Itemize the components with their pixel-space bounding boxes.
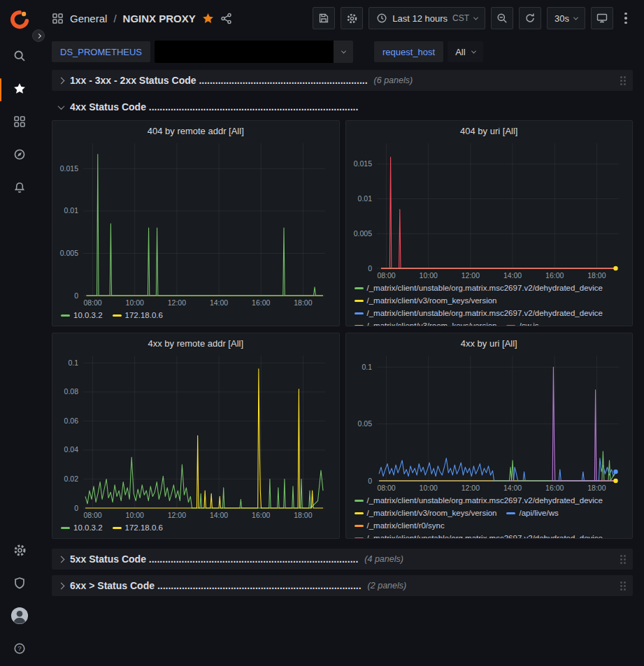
- time-series-chart: 00.050.108:0010:0012:0014:0016:0018:00: [346, 350, 633, 493]
- panel: 4xx by remote addr [All]00.020.040.060.0…: [52, 333, 340, 539]
- monitor-icon: [596, 13, 608, 24]
- more-options-kebab-icon[interactable]: [619, 13, 633, 24]
- legend-label: 172.18.0.6: [125, 310, 163, 321]
- grafana-app: ? General / NGINX PROXY Last 12 hours CS…: [0, 0, 644, 666]
- legend-label: /_matrix/client/unstable/org.matrix.msc2…: [367, 495, 603, 507]
- legend-label: 10.0.3.2: [73, 522, 103, 534]
- datasource-dropdown[interactable]: [155, 41, 353, 63]
- legend-label: 172.18.0.6: [125, 522, 163, 534]
- datasource-value-redacted: [155, 41, 334, 63]
- legend-item[interactable]: 172.18.0.6: [113, 310, 163, 321]
- legend-swatch: [355, 537, 364, 538]
- chart-legend: 10.0.3.2172.18.0.6: [52, 521, 339, 538]
- svg-text:10:00: 10:00: [419, 484, 437, 492]
- svg-text:10:00: 10:00: [419, 271, 437, 280]
- main-area: General / NGINX PROXY Last 12 hours CST …: [39, 0, 644, 666]
- favorite-star-icon[interactable]: [202, 13, 214, 24]
- row-6xx[interactable]: 6xx > Status Code ......................…: [52, 575, 633, 596]
- legend-label: /_matrix/client/v3/room_keys/version: [367, 295, 497, 307]
- chart-svg: 00.020.040.060.080.108:0010:0012:0014:00…: [52, 350, 339, 521]
- variable-label-request-host[interactable]: request_host: [374, 41, 443, 62]
- tv-mode-button[interactable]: [591, 7, 613, 29]
- zoom-out-button[interactable]: [491, 7, 513, 29]
- legend-label: /_matrix/client/unstable/org.matrix.msc2…: [367, 307, 603, 319]
- legend-item[interactable]: 10.0.3.2: [61, 310, 103, 321]
- topbar: General / NGINX PROXY Last 12 hours CST …: [39, 0, 644, 36]
- time-range-picker[interactable]: Last 12 hours CST: [368, 7, 485, 29]
- request-host-dropdown[interactable]: All: [448, 41, 482, 62]
- svg-text:0.015: 0.015: [60, 164, 78, 173]
- legend-item[interactable]: /_matrix/client/unstable/org.matrix.msc2…: [355, 282, 603, 294]
- row-4xx[interactable]: 4xx Status Code ........................…: [52, 96, 633, 117]
- chart-legend: /_matrix/client/unstable/org.matrix.msc2…: [346, 493, 633, 538]
- panel-title[interactable]: 4xx by remote addr [All]: [52, 333, 339, 350]
- sidebar-item-explore[interactable]: [0, 139, 39, 172]
- sidebar-item-dashboards[interactable]: [0, 106, 39, 139]
- legend-item[interactable]: /sw.js: [506, 320, 538, 326]
- row-drag-handle[interactable]: [619, 553, 627, 565]
- row-drag-handle[interactable]: [619, 75, 627, 87]
- svg-text:14:00: 14:00: [210, 298, 228, 307]
- avatar: [10, 607, 29, 627]
- svg-text:0.015: 0.015: [353, 159, 371, 168]
- svg-text:0: 0: [368, 264, 372, 273]
- legend-label: 10.0.3.2: [73, 310, 103, 321]
- variable-label-ds-prometheus[interactable]: DS_PROMETHEUS: [52, 41, 150, 62]
- sidebar-item-configuration[interactable]: [0, 535, 39, 567]
- legend-item[interactable]: /_matrix/client/v3/room_keys/version: [355, 295, 497, 307]
- refresh-button[interactable]: [519, 7, 541, 29]
- legend-item[interactable]: /_matrix/client/unstable/org.matrix.msc2…: [355, 495, 603, 507]
- legend-item[interactable]: 172.18.0.6: [113, 522, 163, 534]
- bell-icon: [13, 181, 26, 196]
- sidebar-item-alerting[interactable]: [0, 172, 39, 205]
- row-5xx[interactable]: 5xx Status Code ........................…: [52, 549, 633, 570]
- legend-swatch: [113, 314, 122, 317]
- panel-title[interactable]: 4xx by uri [All]: [346, 333, 633, 350]
- svg-text:12:00: 12:00: [168, 298, 186, 307]
- legend-item[interactable]: /_matrix/client/v3/room_keys/version: [355, 507, 497, 519]
- legend-item[interactable]: /_matrix/client/unstable/org.matrix.msc2…: [355, 307, 603, 319]
- svg-text:0.04: 0.04: [64, 445, 79, 454]
- sidebar-item-search[interactable]: [0, 41, 39, 73]
- breadcrumb-folder[interactable]: General: [70, 13, 107, 24]
- legend-swatch: [355, 300, 364, 302]
- sidebar-item-help[interactable]: ?: [0, 633, 39, 666]
- panel-title[interactable]: 404 by uri [All]: [346, 121, 633, 138]
- sidebar-item-server-admin[interactable]: [0, 567, 39, 600]
- dashboard-body: 1xx - 3xx - 2xx Status Code ............…: [39, 68, 644, 666]
- refresh-interval-dropdown[interactable]: 30s: [547, 7, 585, 29]
- sidebar-collapse-button[interactable]: [32, 29, 45, 42]
- legend-label: /_matrix/client/r0/sync: [367, 520, 445, 532]
- legend-item[interactable]: /api/live/ws: [506, 507, 558, 519]
- dashboard-title[interactable]: NGINX PROXY: [123, 13, 196, 24]
- row-drag-handle[interactable]: [619, 580, 627, 592]
- legend-item[interactable]: /_matrix/client/r0/sync: [355, 520, 445, 532]
- legend-item[interactable]: /_matrix/client/v3/room_keys/version: [355, 320, 497, 326]
- row-1xx-3xx-2xx[interactable]: 1xx - 3xx - 2xx Status Code ............…: [52, 70, 633, 91]
- legend-item[interactable]: 10.0.3.2: [61, 522, 103, 534]
- sidebar-item-starred[interactable]: [0, 73, 39, 106]
- svg-text:08:00: 08:00: [377, 271, 395, 280]
- question-circle-icon: ?: [13, 642, 26, 657]
- svg-text:0.1: 0.1: [68, 359, 78, 367]
- legend-swatch: [113, 527, 122, 529]
- legend-item[interactable]: /_matrix/client/unstable/org.matrix.msc2…: [355, 533, 603, 538]
- sidebar-item-profile[interactable]: [0, 600, 39, 633]
- time-series-chart: 00.0050.010.01508:0010:0012:0014:0016:00…: [52, 138, 339, 308]
- panel-title[interactable]: 404 by remote addr [All]: [52, 121, 339, 138]
- chevron-right-icon: [58, 582, 65, 589]
- save-dashboard-button[interactable]: [313, 7, 335, 29]
- time-series-chart: 00.020.040.060.080.108:0010:0012:0014:00…: [52, 350, 339, 521]
- dashboard-settings-button[interactable]: [341, 7, 363, 29]
- svg-text:0.1: 0.1: [362, 363, 372, 371]
- svg-text:0.06: 0.06: [64, 417, 79, 425]
- share-icon[interactable]: [220, 13, 232, 24]
- svg-text:16:00: 16:00: [252, 298, 270, 307]
- variables-bar: DS_PROMETHEUS request_host All: [39, 36, 644, 68]
- svg-text:0.01: 0.01: [64, 206, 79, 215]
- grafana-logo-icon[interactable]: [7, 7, 32, 32]
- row-title: 6xx > Status Code ......................…: [70, 580, 362, 591]
- dashboards-grid-icon: [13, 115, 26, 130]
- svg-text:18:00: 18:00: [294, 298, 312, 307]
- sidebar: ?: [0, 0, 39, 666]
